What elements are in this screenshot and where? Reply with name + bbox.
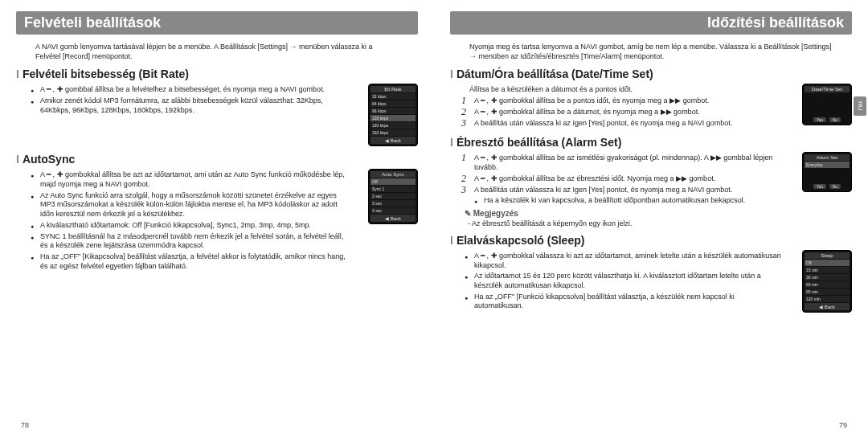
shot-no: No <box>829 184 841 189</box>
shot-row: 96 kbps <box>371 108 416 114</box>
shot-row: 15 min <box>805 267 850 273</box>
autosync-b2: Az Auto Sync funkció arra szolgál, hogy … <box>31 191 349 219</box>
sec-autosync: IAutoSync A ━ , ✚ gombokkal állítsa be a… <box>16 153 418 272</box>
shot-back: ◀ Back <box>371 137 416 144</box>
alarm-n2-text: A ━ , ✚ gombokkal állítsa be az ébreszté… <box>474 174 715 182</box>
shot-row: 32 kbps <box>371 93 416 100</box>
shot-back: ◀ Back <box>805 303 850 310</box>
shot-row: 192 kbps <box>371 129 416 136</box>
datetime-n3: 3A beállítás után válassza ki az Igen [Y… <box>461 119 786 129</box>
header-left: Felvételi beállítások <box>16 11 418 35</box>
shot-row-selected: Off <box>371 178 416 185</box>
datetime-screenshot: Date/Time Set Yes No <box>802 84 852 125</box>
page-number-right: 79 <box>839 421 847 429</box>
shot-row: 64 kbps <box>371 100 416 107</box>
sleep-b3: Ha az „OFF" [Funkció kikapcsolva] beállí… <box>465 293 783 311</box>
alarm-n1: 1A ━ , ✚ gombokkal állítsa be az ismétlé… <box>461 154 786 172</box>
shot-title: Alarm Set <box>805 154 850 161</box>
sec-sleep: IElalváskapcsoló (Sleep) A ━ , ✚ gombokk… <box>450 234 852 313</box>
datetime-n2-text: A ━ , ✚ gombokkal állítsa be a dátumot, … <box>474 108 700 116</box>
shot-title: Auto Sync <box>371 171 416 178</box>
shot-yes: Yes <box>813 117 826 122</box>
shot-row: 30 min <box>805 274 850 280</box>
sleep-b1: A ━ , ✚ gombokkal válassza ki azt az idő… <box>465 252 783 270</box>
shot-row: 2 sec <box>371 193 416 199</box>
header-right: Időzítési beállítások <box>450 11 852 35</box>
shot-no: No <box>829 117 841 122</box>
sec-alarm: IÉbresztő beállítása (Alarm Set) 1A ━ , … <box>450 136 852 227</box>
page-number-left: 78 <box>21 421 29 429</box>
sleep-b2: Az időtartamot 15 és 120 perc között vál… <box>465 272 783 290</box>
sec-datetime: IDátum/Óra beállítása (Date/Time Set) Ál… <box>450 68 852 129</box>
alarm-n3-text: A beállítás után válassza ki az Igen [Ye… <box>474 186 732 194</box>
intro-left: A NAVI gomb lenyomva tartásával lépjen b… <box>35 43 399 61</box>
sec-bitrate-title-text: Felvételi bitsebesség (Bit Rate) <box>23 68 189 80</box>
shot-row-selected: Off <box>805 260 850 266</box>
shot-row-selected: Everyday <box>805 162 850 168</box>
bitrate-b1: A ━ , ✚ gombbal állítsa be a felvételhez… <box>31 85 349 95</box>
sec-alarm-title: IÉbresztő beállítása (Alarm Set) <box>450 136 852 149</box>
sec-autosync-title: IAutoSync <box>16 153 418 166</box>
shot-back: ◀ Back <box>371 215 416 222</box>
sec-sleep-title: IElalváskapcsoló (Sleep) <box>450 234 852 247</box>
datetime-n3-text: A beállítás után válassza ki az Igen [Ye… <box>474 119 732 127</box>
sec-datetime-title: IDátum/Óra beállítása (Date/Time Set) <box>450 68 852 80</box>
shot-title: Date/Time Set <box>805 86 850 92</box>
datetime-n1-text: A ━ , ✚ gombokkal állítsa be a pontos id… <box>474 96 709 104</box>
alarm-screenshot: Alarm Set Everyday Yes No <box>802 152 852 192</box>
page-right: Időzítési beállítások Nyomja meg és tart… <box>434 0 868 434</box>
shot-row: 90 min <box>805 289 850 295</box>
shot-row: Sync 1 <box>371 186 416 192</box>
alarm-n1-text: A ━ , ✚ gombokkal állítsa be az ismétlés… <box>474 154 772 171</box>
sec-datetime-title-text: Dátum/Óra beállítása (Date/Time Set) <box>457 68 653 80</box>
sec-alarm-title-text: Ébresztő beállítása (Alarm Set) <box>457 136 621 149</box>
autosync-b5: Ha az „OFF" [Kikapcsolva] beállítást vál… <box>31 252 349 271</box>
note-body: - Az ébresztő beállítását a képernyőn eg… <box>468 219 797 227</box>
alarm-n3: 3A beállítás után válassza ki az Igen [Y… <box>461 186 786 206</box>
sleep-screenshot: Sleep Off 15 min 30 min 60 min 90 min 12… <box>802 250 852 313</box>
page-left: Felvételi beállítások A NAVI gomb lenyom… <box>0 0 434 434</box>
shot-title: Bit Rate <box>371 86 416 92</box>
autosync-b3: A kiválasztható időtartamok: Off [Funkci… <box>31 221 349 231</box>
shot-row: 160 kbps <box>371 122 416 129</box>
datetime-n1: 1A ━ , ✚ gombokkal állítsa be a pontos i… <box>461 96 786 106</box>
shot-title: Sleep <box>805 252 850 259</box>
shot-row: 60 min <box>805 281 850 288</box>
sec-autosync-title-text: AutoSync <box>23 153 75 166</box>
bitrate-b2: Amikor zenét kódol MP3 formátumra, az al… <box>31 96 349 115</box>
shot-row: 4 sec <box>371 207 416 214</box>
note-heading: Megjegyzés <box>465 209 797 218</box>
datetime-sub: Állítsa be a készüléken a dátumot és a p… <box>469 85 778 93</box>
autosync-screenshot: Auto Sync Off Sync 1 2 sec 3 sec 4 sec ◀… <box>368 169 418 224</box>
sec-bitrate-title: IFelvételi bitsebesség (Bit Rate) <box>16 68 418 80</box>
bitrate-screenshot: Bit Rate 32 kbps 64 kbps 96 kbps 128 kbp… <box>368 84 418 146</box>
shot-row-selected: 128 kbps <box>371 115 416 121</box>
autosync-b1: A ━ , ✚ gombokkal állítsa be azt az időt… <box>31 170 349 189</box>
sec-sleep-title-text: Elalváskapcsoló (Sleep) <box>457 234 585 247</box>
intro-right: Nyomja meg és tartsa lenyomva a NAVI gom… <box>469 43 833 61</box>
shot-yes: Yes <box>813 184 826 189</box>
datetime-n2: 2A ━ , ✚ gombokkal állítsa be a dátumot,… <box>461 108 786 117</box>
alarm-n2: 2A ━ , ✚ gombokkal állítsa be az ébreszt… <box>461 174 786 184</box>
autosync-b4: SYNC 1 beállításnál ha 2 másodpercnél to… <box>31 232 349 251</box>
sec-bitrate: IFelvételi bitsebesség (Bit Rate) A ━ , … <box>16 68 418 146</box>
alarm-n3b: Ha a készülék ki van kapcsolva, a beállí… <box>474 196 772 206</box>
shot-row: 120 min <box>805 296 850 302</box>
language-tab: HU <box>854 96 866 116</box>
shot-row: 3 sec <box>371 200 416 207</box>
